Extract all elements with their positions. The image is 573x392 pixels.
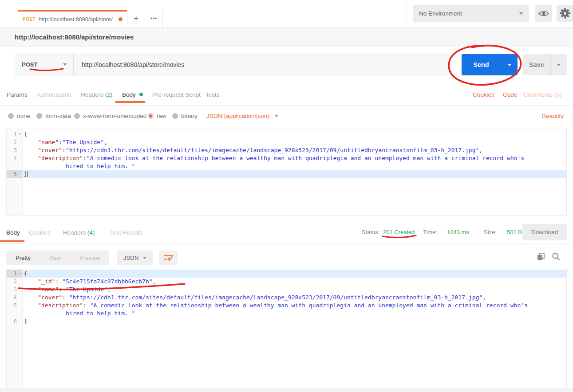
new-tab-button[interactable]: + [127,10,145,27]
request-title-bar: http://localhost:8080/api/store/movies [0,27,573,47]
environment-selector[interactable]: No Environment [413,5,529,22]
body-type-form-data-label: form-data [45,113,71,119]
line-number: 6 [7,318,22,325]
line-number: 1 [7,270,22,278]
size-label: Size: [484,229,497,235]
environment-quick-look-button[interactable] [535,5,552,22]
content-type-label: JSON (application/json) [206,113,269,119]
more-tabs-button[interactable]: ••• [145,10,163,27]
settings-button[interactable] [557,5,573,22]
view-raw[interactable]: Raw [40,255,70,261]
horizontal-scrollbar[interactable] [0,388,573,392]
body-type-binary[interactable]: binary [172,113,198,119]
tab-params[interactable]: Params [7,91,28,98]
tab-method-label: POST [23,17,36,22]
code-content: "name":"The Upside", [22,138,566,146]
app-header: POST http://localhost:8080/api/store/ + … [0,0,573,27]
comments-link[interactable]: Comments (0) [524,91,562,98]
tab-authorization[interactable]: Authorization [36,91,71,98]
url-input[interactable]: http://localhost:8080/api/store/movies [74,53,448,76]
body-type-row: none form-data x-www-form-urlencoded raw… [0,106,573,129]
response-headers-label: Headers [63,229,86,236]
method-label: POST [22,61,37,68]
save-button[interactable]: Save [523,54,550,75]
save-options-button[interactable] [550,54,567,75]
chevron-down-icon [519,12,523,15]
green-dot-icon [139,93,143,96]
view-preview[interactable]: Preview [70,255,109,261]
chevron-down-icon [63,63,67,66]
line-number: 4 [7,154,22,162]
response-body-editor[interactable]: 1 { 2 "_id": "5c4e715fa74c07dbbb6ecb7b",… [6,268,567,388]
chevron-down-icon [508,64,511,66]
code-line: 2 "name":"The Upside", [7,138,566,146]
code-content: hired to help him. " [22,162,566,170]
tab-pre-request-script[interactable]: Pre-request Script [152,91,201,98]
send-button-group: Send [462,54,518,75]
body-type-urlencoded-label: x-www-form-urlencoded [83,113,146,119]
send-options-button[interactable] [501,54,518,75]
tab-headers-label: Headers [81,91,103,98]
view-pretty[interactable]: Pretty [6,255,40,261]
body-type-binary-label: binary [181,113,198,119]
radio-icon [172,113,178,119]
beautify-link[interactable]: Beautify [542,113,564,119]
line-number: 3 [7,146,22,154]
postman-app: POST http://localhost:8080/api/store/ + … [0,0,573,392]
body-type-none[interactable]: none [8,113,30,119]
code-content: "cover": "https://cdn1.thr.com/sites/def… [22,294,566,302]
cookies-link[interactable]: Cookies [473,91,494,98]
body-type-form-data[interactable]: form-data [36,113,71,119]
fold-caret-icon[interactable] [19,273,21,274]
request-body-editor[interactable]: 1 { 2 "name":"The Upside", 3 "cover":"ht… [6,129,567,216]
request-tab[interactable]: POST http://localhost:8080/api/store/ [18,10,127,27]
body-type-urlencoded[interactable]: x-www-form-urlencoded [74,113,146,119]
line-number [7,310,22,318]
copy-response-button[interactable] [536,252,546,263]
request-tabs: Params Authorization Headers (2) Body Pr… [0,84,573,106]
headers-count-badge: (2) [105,91,113,98]
body-type-raw[interactable]: raw [148,113,166,119]
chevron-down-icon [143,257,146,259]
time-value: 1043 ms [447,229,469,235]
response-language-selector[interactable]: JSON [117,251,153,265]
method-selector[interactable]: POST [15,53,74,76]
tab-headers[interactable]: Headers (2) [81,91,112,98]
code-content: } [22,170,566,178]
radio-icon [74,113,80,119]
fold-caret-icon[interactable] [19,133,21,135]
environment-label: No Environment [419,10,462,17]
radio-icon [8,113,14,119]
radio-selected-icon [148,113,154,119]
eye-icon [538,10,549,17]
tab-body[interactable]: Body [122,91,143,98]
gear-icon [560,8,570,19]
response-tab-cookies[interactable]: Cookies [29,229,51,236]
send-button[interactable]: Send [462,54,501,75]
code-line: 5 "description": "A comedic look at the … [7,302,566,310]
code-content: "description":"A comedic look at the rel… [22,154,566,162]
code-link[interactable]: Code [503,91,517,98]
download-button[interactable]: Download [522,224,567,240]
body-type-none-label: none [17,113,30,119]
line-number: 1 [7,130,22,138]
code-line-wrap: hired to help him. " [7,310,566,318]
response-format-toggle: Pretty Raw Preview [6,251,109,265]
response-tab-test-results[interactable]: Test Results [110,229,143,236]
response-tab-body[interactable]: Body [6,229,20,236]
line-number [7,162,22,170]
tab-tests[interactable]: Tests [205,91,220,98]
code-content: "_id": "5c4e715fa74c07dbbb6ecb7b", [22,278,566,286]
chevron-down-icon [557,64,561,66]
wrap-text-button[interactable] [159,251,178,265]
content-type-selector[interactable]: JSON (application/json) [206,113,278,119]
search-response-button[interactable] [551,252,561,263]
response-language-label: JSON [123,255,139,261]
response-tab-headers[interactable]: Headers (4) [63,229,95,236]
response-headers-count-badge: (4) [87,229,95,236]
code-content: } [22,318,566,325]
unsaved-dot-icon [119,17,123,21]
status-value: 201 Created [383,229,415,235]
code-content: "description": "A comedic look at the re… [22,302,566,310]
method-url-group: POST http://localhost:8080/api/store/mov… [15,53,448,76]
